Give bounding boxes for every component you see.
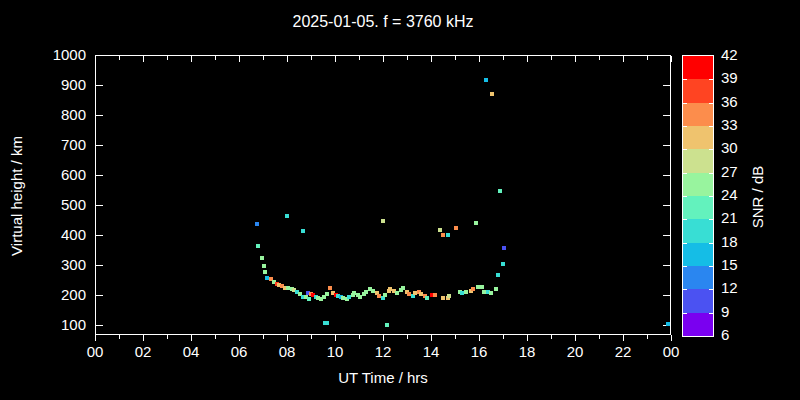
x-axis-tick: [455, 335, 456, 339]
colorbar-tick: [683, 243, 687, 244]
x-tick-label: 00: [78, 343, 112, 360]
x-tick-label: 16: [462, 343, 496, 360]
colorbar-block: [683, 289, 713, 312]
colorbar-tick: [683, 196, 687, 197]
x-axis-tick: [287, 335, 288, 341]
x-axis-tick: [119, 335, 120, 339]
ionogram-chart: 2025-01-05. f = 3760 kHz 000204060810121…: [0, 0, 800, 400]
x-axis-tick: [383, 335, 384, 341]
colorbar-tick-label: 12: [721, 279, 738, 296]
colorbar-tick: [709, 243, 713, 244]
colorbar-tick-label: 27: [721, 163, 738, 180]
x-axis-tick: [359, 335, 360, 339]
x-tick-label: 06: [222, 343, 256, 360]
colorbar-tick: [683, 149, 687, 150]
y-tick-label: 800: [44, 106, 86, 123]
x-tick-label: 02: [126, 343, 160, 360]
x-axis-tick: [671, 335, 672, 341]
colorbar-block: [683, 126, 713, 149]
x-axis-tick: [95, 335, 96, 341]
colorbar-tick: [709, 313, 713, 314]
x-axis-tick: [599, 335, 600, 339]
y-tick-label: 600: [44, 166, 86, 183]
colorbar-block: [683, 266, 713, 289]
y-tick-label: 100: [44, 316, 86, 333]
colorbar-tick-label: 36: [721, 93, 738, 110]
colorbar-tick: [683, 79, 687, 80]
colorbar-tick-label: 9: [721, 303, 729, 320]
plot-border: [95, 55, 671, 335]
x-axis-tick: [431, 335, 432, 341]
colorbar-tick-label: 24: [721, 186, 738, 203]
x-axis-tick: [191, 335, 192, 341]
x-axis-tick: [143, 335, 144, 341]
colorbar-tick: [709, 173, 713, 174]
y-tick-label: 1000: [44, 46, 86, 63]
colorbar-block: [683, 313, 713, 336]
x-tick-label: 20: [558, 343, 592, 360]
x-tick-label: 10: [318, 343, 352, 360]
x-axis-tick: [263, 335, 264, 339]
colorbar-block: [683, 79, 713, 102]
colorbar-tick: [683, 219, 687, 220]
colorbar-tick: [709, 103, 713, 104]
y-tick-label: 500: [44, 196, 86, 213]
colorbar-tick: [683, 103, 687, 104]
x-axis-tick: [311, 335, 312, 339]
x-axis-tick: [671, 56, 672, 62]
colorbar-tick-label: 15: [721, 256, 738, 273]
colorbar-tick: [709, 266, 713, 267]
x-axis-tick: [623, 335, 624, 341]
colorbar: [682, 55, 714, 337]
colorbar-block: [683, 243, 713, 266]
colorbar-tick-label: 42: [721, 46, 738, 63]
x-tick-label: 18: [510, 343, 544, 360]
colorbar-tick-label: 21: [721, 209, 738, 226]
y-axis-label: Virtual height / km: [8, 136, 25, 256]
x-tick-label: 08: [270, 343, 304, 360]
x-axis-tick: [407, 335, 408, 339]
colorbar-tick: [683, 266, 687, 267]
colorbar-label: SNR / dB: [749, 166, 766, 229]
x-axis-tick: [503, 335, 504, 339]
colorbar-tick-label: 39: [721, 69, 738, 86]
colorbar-block: [683, 56, 713, 79]
x-tick-label: 00: [654, 343, 688, 360]
colorbar-block: [683, 219, 713, 242]
x-tick-label: 14: [414, 343, 448, 360]
y-tick-label: 900: [44, 76, 86, 93]
colorbar-block: [683, 149, 713, 172]
colorbar-tick: [683, 313, 687, 314]
x-axis-label: UT Time / hrs: [95, 369, 671, 386]
colorbar-tick: [709, 219, 713, 220]
x-axis-tick: [527, 335, 528, 341]
y-tick-label: 400: [44, 226, 86, 243]
x-axis-tick: [167, 335, 168, 339]
colorbar-tick-label: 6: [721, 326, 729, 343]
x-tick-label: 22: [606, 343, 640, 360]
colorbar-tick-label: 30: [721, 139, 738, 156]
x-axis-tick: [551, 335, 552, 339]
y-tick-label: 700: [44, 136, 86, 153]
colorbar-block: [683, 173, 713, 196]
colorbar-block: [683, 103, 713, 126]
x-axis-tick: [335, 335, 336, 341]
colorbar-tick: [683, 289, 687, 290]
colorbar-tick: [683, 126, 687, 127]
y-tick-label: 300: [44, 256, 86, 273]
colorbar-tick-label: 18: [721, 233, 738, 250]
x-axis-tick: [575, 335, 576, 341]
x-axis-tick: [479, 335, 480, 341]
x-tick-label: 12: [366, 343, 400, 360]
x-tick-label: 04: [174, 343, 208, 360]
colorbar-tick: [709, 126, 713, 127]
chart-title: 2025-01-05. f = 3760 kHz: [95, 13, 671, 31]
colorbar-tick: [683, 173, 687, 174]
colorbar-tick: [709, 196, 713, 197]
colorbar-tick: [709, 79, 713, 80]
x-axis-tick: [647, 335, 648, 339]
colorbar-tick-label: 33: [721, 116, 738, 133]
colorbar-block: [683, 196, 713, 219]
x-axis-tick: [215, 335, 216, 339]
colorbar-tick: [709, 289, 713, 290]
